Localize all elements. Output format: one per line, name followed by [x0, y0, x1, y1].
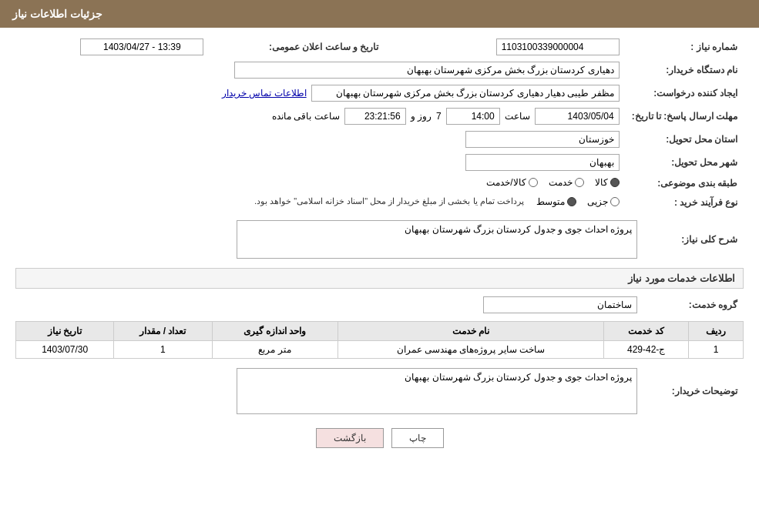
buyer-notes-label: توضیحات خریدار: [643, 365, 744, 417]
col-row-num: ردیف [688, 322, 743, 341]
deadline-time: 14:00 [446, 108, 500, 125]
purchase-type-medium[interactable]: متوسط [536, 196, 576, 207]
back-button[interactable]: بازگشت [316, 428, 384, 448]
col-unit: واحد اندازه گیری [212, 322, 338, 341]
cell-service-code: ج-42-429 [604, 341, 689, 359]
creator-value: مظفر طیبی دهیار دهیاری کردستان بزرگ بخش … [311, 85, 620, 102]
deadline-countdown: 23:21:56 [344, 108, 406, 125]
footer-buttons: چاپ بازگشت [15, 428, 744, 448]
col-quantity: تعداد / مقدار [114, 322, 212, 341]
purchase-type-label: نوع فرآیند خرید : [626, 192, 744, 211]
col-date-needed: تاریخ نیاز [16, 322, 114, 341]
purchase-type-note: پرداخت تمام یا بخشی از مبلغ خریدار از مح… [254, 196, 524, 206]
category-both-label: کالا/خدمت [486, 177, 526, 188]
deadline-remaining-label: ساعت باقی مانده [272, 111, 340, 122]
category-service-label: خدمت [549, 177, 573, 188]
cell-row-num: 1 [688, 341, 743, 359]
contact-link[interactable]: اطلاعات تماس خریدار [222, 88, 307, 99]
purchase-type-radio-group: جزیی متوسط [536, 196, 620, 207]
radio-goods-indicator [610, 178, 620, 187]
deadline-days: 7 [436, 111, 442, 122]
need-description-section: شرح کلی نیاز: پروژه احداث جوی و جدول کرد… [15, 217, 744, 262]
deadline-date: 1403/05/04 [535, 108, 620, 125]
announce-date-label: تاریخ و ساعت اعلان عمومی: [210, 35, 385, 59]
radio-service-indicator [575, 178, 584, 187]
announce-date-value: 1403/04/27 - 13:39 [80, 38, 203, 55]
city-value: بهبهان [465, 154, 620, 171]
radio-medium-indicator [567, 197, 576, 206]
page-header: جزئیات اطلاعات نیاز [0, 0, 759, 28]
purchase-minor-label: جزیی [587, 196, 608, 207]
print-button[interactable]: چاپ [391, 428, 444, 448]
cell-date-needed: 1403/07/30 [16, 341, 114, 359]
category-option-both[interactable]: کالا/خدمت [486, 177, 537, 188]
table-row: 1 ج-42-429 ساخت سایر پروژه‌های مهندسی عم… [16, 341, 744, 359]
need-number-label: شماره نیاز : [626, 35, 744, 59]
main-content: شماره نیاز : 1103100339000004 تاریخ و سا… [0, 28, 759, 463]
cell-quantity: 1 [114, 341, 212, 359]
service-group-section: گروه خدمت: ساختمان [15, 293, 744, 316]
cell-service-name: ساخت سایر پروژه‌های مهندسی عمران [338, 341, 604, 359]
services-section-title: اطلاعات خدمات مورد نیاز [15, 268, 744, 289]
creator-label: ایجاد کننده درخواست: [626, 82, 744, 105]
province-label: استان محل تحویل: [626, 128, 744, 151]
page-container: جزئیات اطلاعات نیاز شماره نیاز : 1103100… [0, 0, 759, 532]
category-goods-label: کالا [595, 177, 608, 188]
city-label: شهر محل تحویل: [626, 151, 744, 174]
deadline-time-label: ساعت [505, 111, 530, 122]
buyer-value: دهیاری کردستان بزرگ بخش مرکزی شهرستان به… [234, 62, 620, 79]
buyer-notes-value: پروژه احداث جوی و جدول کردستان بزرگ شهرس… [237, 368, 637, 414]
category-option-goods[interactable]: کالا [595, 177, 620, 188]
category-label: طبقه بندی موضوعی: [626, 174, 744, 192]
page-title: جزئیات اطلاعات نیاز [12, 8, 102, 20]
service-group-value: ساختمان [483, 296, 637, 313]
radio-both-indicator [529, 178, 538, 187]
purchase-medium-label: متوسط [536, 196, 565, 207]
category-option-service[interactable]: خدمت [549, 177, 584, 188]
need-number-value: 1103100339000004 [496, 38, 620, 55]
need-description-value: پروژه احداث جوی و جدول کردستان بزرگ شهرس… [237, 220, 637, 259]
col-service-code: کد خدمت [604, 322, 689, 341]
category-radio-group: کالا خدمت کالا/خدمت [486, 177, 619, 188]
deadline-days-label: روز و [411, 111, 432, 122]
info-table-top: شماره نیاز : 1103100339000004 تاریخ و سا… [15, 35, 744, 211]
buyer-label: نام دستگاه خریدار: [626, 59, 744, 82]
col-service-name: نام خدمت [338, 322, 604, 341]
need-description-label: شرح کلی نیاز: [643, 217, 744, 262]
cell-unit: متر مربع [212, 341, 338, 359]
radio-minor-indicator [610, 197, 620, 206]
buyer-notes-section: توضیحات خریدار: پروژه احداث جوی و جدول ک… [15, 365, 744, 417]
purchase-type-minor[interactable]: جزیی [587, 196, 620, 207]
service-group-label: گروه خدمت: [643, 293, 744, 316]
deadline-label: مهلت ارسال پاسخ: تا تاریخ: [626, 105, 744, 128]
services-table: ردیف کد خدمت نام خدمت واحد اندازه گیری ت… [15, 321, 744, 359]
province-value: خوزستان [465, 131, 620, 148]
